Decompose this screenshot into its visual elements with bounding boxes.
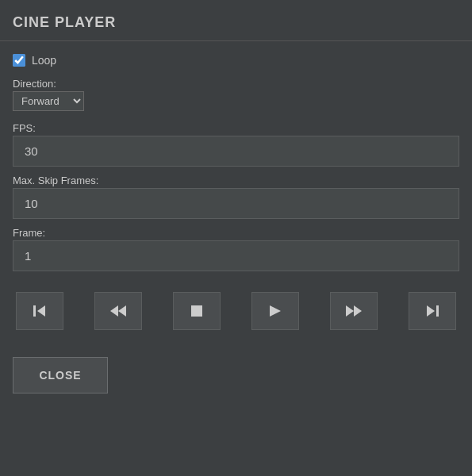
last-frame-button[interactable] (409, 292, 456, 330)
max-skip-input[interactable] (13, 188, 459, 219)
svg-marker-5 (270, 305, 281, 317)
stop-icon (188, 302, 205, 320)
frame-field: Frame: (13, 227, 459, 271)
title-bar: CINE PLAYER (0, 0, 472, 41)
svg-marker-1 (37, 305, 45, 317)
last-frame-icon (424, 302, 441, 320)
loop-label: Loop (32, 54, 56, 67)
play-icon (267, 302, 284, 320)
panel-title: CINE PLAYER (13, 14, 116, 30)
play-button[interactable] (251, 292, 299, 330)
fast-forward-button[interactable] (330, 292, 378, 330)
first-frame-button[interactable] (16, 292, 63, 330)
loop-row: Loop (13, 54, 459, 67)
rewind-icon (109, 302, 127, 320)
playback-controls (13, 292, 459, 330)
svg-rect-0 (33, 305, 36, 317)
svg-rect-9 (436, 305, 439, 317)
cine-player-panel: CINE PLAYER Loop Direction: Forward Back… (0, 0, 472, 476)
frame-label: Frame: (13, 227, 459, 239)
max-skip-field: Max. Skip Frames: (13, 175, 459, 219)
svg-marker-2 (110, 305, 118, 317)
direction-select[interactable]: Forward Backward Bounce (13, 91, 84, 111)
content-area: Loop Direction: Forward Backward Bounce … (0, 41, 472, 476)
fps-label: FPS: (13, 122, 459, 134)
rewind-button[interactable] (94, 292, 142, 330)
close-button[interactable]: CLOSE (13, 357, 108, 393)
max-skip-label: Max. Skip Frames: (13, 175, 459, 186)
fps-input[interactable] (13, 136, 459, 167)
fps-field: FPS: (13, 122, 459, 167)
direction-label: Direction: (13, 78, 459, 90)
direction-field: Direction: Forward Backward Bounce (13, 78, 459, 114)
stop-button[interactable] (173, 292, 221, 330)
loop-checkbox[interactable] (13, 54, 25, 67)
svg-marker-6 (346, 305, 354, 317)
svg-rect-4 (191, 305, 202, 317)
svg-marker-8 (427, 305, 435, 317)
svg-marker-3 (118, 305, 126, 317)
svg-marker-7 (354, 305, 362, 317)
frame-input[interactable] (13, 240, 459, 271)
first-frame-icon (31, 302, 48, 320)
fast-forward-icon (345, 302, 363, 320)
